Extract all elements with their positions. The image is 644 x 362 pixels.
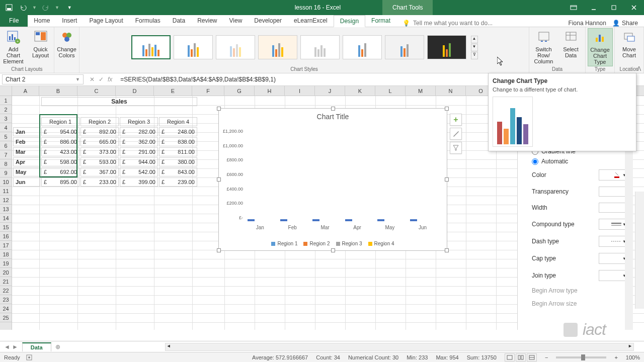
save-icon[interactable] — [4, 3, 14, 13]
col-header[interactable]: G — [224, 86, 255, 96]
page-break-view-button[interactable] — [527, 353, 537, 361]
row-header[interactable]: 12 — [0, 196, 12, 205]
select-data-button[interactable]: Select Data — [558, 28, 584, 59]
maximize-button[interactable] — [604, 0, 624, 15]
chart-legend[interactable]: Region 1Region 2Region 3Region 4 — [219, 241, 447, 246]
row-header[interactable]: 22 — [0, 286, 12, 295]
tab-insert[interactable]: Insert — [56, 15, 83, 27]
col-header[interactable]: F — [192, 86, 224, 96]
styles-more[interactable]: ⊽ — [471, 52, 478, 59]
row-header[interactable]: 25 — [0, 313, 12, 322]
zoom-out-button[interactable]: − — [545, 354, 548, 360]
sheet-nav-prev[interactable]: ◄ — [4, 343, 10, 350]
zoom-slider[interactable] — [556, 356, 606, 358]
row-header[interactable]: 8 — [0, 159, 12, 168]
row-header[interactable]: 10 — [0, 177, 12, 187]
tab-elearnexcel[interactable]: eLearnExcel — [288, 15, 334, 27]
tab-formulas[interactable]: Formulas — [129, 15, 167, 27]
styles-scroll-down[interactable]: ▼ — [471, 44, 478, 51]
undo-icon[interactable] — [18, 3, 28, 13]
row-header[interactable]: 7 — [0, 150, 12, 159]
join-dropdown[interactable]: ▼ — [599, 270, 629, 281]
row-header[interactable]: 17 — [0, 241, 12, 250]
col-header[interactable]: C — [77, 86, 116, 96]
legend-item[interactable]: Region 3 — [336, 241, 362, 246]
name-box[interactable]: Chart 2 ▼ — [2, 74, 84, 84]
enter-formula-icon[interactable]: ✓ — [99, 76, 104, 83]
qat-customize[interactable]: ▼ — [67, 5, 72, 10]
col-header[interactable]: L — [375, 86, 406, 96]
width-input[interactable] — [599, 203, 629, 213]
chart-style-8[interactable] — [427, 35, 466, 59]
page-layout-view-button[interactable] — [516, 353, 526, 361]
row-header[interactable]: 14 — [0, 214, 12, 223]
legend-item[interactable]: Region 2 — [303, 241, 330, 246]
chart-plot-area[interactable] — [244, 129, 439, 220]
chart-style-6[interactable] — [343, 35, 382, 59]
row-header[interactable]: 21 — [0, 277, 12, 286]
collapse-ribbon[interactable]: ᐱ — [637, 65, 641, 72]
tab-data[interactable]: Data — [167, 15, 191, 27]
row-header[interactable]: 24 — [0, 304, 12, 313]
chart-style-2[interactable] — [174, 35, 213, 59]
chart-style-7[interactable] — [385, 35, 424, 59]
cap-dropdown[interactable]: ▼ — [599, 253, 629, 264]
col-header[interactable]: A — [12, 86, 39, 96]
row-header[interactable]: 5 — [0, 132, 12, 141]
chart-style-5[interactable] — [300, 35, 340, 59]
color-picker[interactable]: ▼ — [599, 169, 629, 180]
row-header[interactable]: 18 — [0, 250, 12, 259]
resize-handle[interactable] — [217, 177, 221, 182]
undo-dropdown[interactable]: ▼ — [32, 5, 37, 10]
change-colors-button[interactable]: Change Colors — [56, 28, 78, 59]
row-header[interactable]: 9 — [0, 168, 12, 177]
sheet-nav-next[interactable]: ► — [12, 343, 18, 350]
row-header[interactable]: 15 — [0, 223, 12, 232]
fx-icon[interactable]: fx — [108, 76, 112, 83]
col-header[interactable]: M — [406, 86, 436, 96]
tab-design[interactable]: Design — [334, 15, 365, 27]
zoom-level[interactable]: 100% — [626, 354, 640, 360]
chart-style-4[interactable] — [258, 35, 297, 59]
ribbon-display-icon[interactable] — [564, 0, 584, 15]
namebox-dropdown-icon[interactable]: ▼ — [75, 77, 80, 82]
data-table[interactable]: SalesRegion 1Region 2Region 3Region 4Jan… — [12, 96, 198, 188]
tab-format[interactable]: Format — [365, 15, 396, 27]
close-button[interactable] — [624, 0, 644, 15]
legend-item[interactable]: Region 4 — [368, 241, 394, 246]
tab-developer[interactable]: Developer — [248, 15, 288, 27]
row-header[interactable]: 23 — [0, 295, 12, 304]
row-header[interactable]: 2 — [0, 105, 12, 114]
chart-style-3[interactable] — [216, 35, 255, 59]
resize-handle[interactable] — [445, 177, 449, 182]
col-header[interactable]: E — [154, 86, 192, 96]
chart-elements-button[interactable]: + — [450, 114, 462, 126]
select-all-corner[interactable] — [0, 86, 12, 96]
embedded-chart[interactable]: Chart Title £1,200.00£1,000.00£800.00£60… — [218, 108, 447, 251]
move-chart-button[interactable]: Move Chart — [617, 28, 642, 59]
resize-handle[interactable] — [331, 107, 335, 111]
chart-filters-button[interactable] — [450, 142, 462, 154]
sheet-tab-data[interactable]: Data — [22, 342, 51, 351]
add-chart-element-button[interactable]: + Add Chart Element — [1, 28, 26, 65]
row-header[interactable]: 11 — [0, 187, 12, 196]
dash-dropdown[interactable]: ▼ — [599, 236, 629, 247]
chart-title[interactable]: Chart Title — [219, 109, 447, 125]
add-sheet-button[interactable]: ⊕ — [51, 343, 64, 350]
user-name[interactable]: Fiona Hannon — [569, 20, 606, 27]
resize-handle[interactable] — [331, 248, 335, 252]
resize-handle[interactable] — [217, 248, 221, 252]
resize-handle[interactable] — [445, 248, 449, 252]
share-button[interactable]: 👤 Share — [612, 20, 638, 27]
styles-scroll-up[interactable]: ▲ — [471, 36, 478, 43]
resize-handle[interactable] — [217, 107, 221, 111]
quick-layout-button[interactable]: Quick Layout — [28, 28, 53, 59]
chart-y-axis[interactable]: £1,200.00£1,000.00£800.00£600.00£400.00£… — [223, 129, 243, 220]
row-header[interactable]: 20 — [0, 268, 12, 277]
row-header[interactable]: 6 — [0, 141, 12, 150]
chart-style-1[interactable] — [131, 35, 171, 59]
col-header[interactable]: N — [436, 86, 466, 96]
macro-record-icon[interactable] — [26, 354, 32, 360]
col-header[interactable]: I — [285, 86, 315, 96]
chart-styles-button[interactable] — [450, 128, 462, 140]
